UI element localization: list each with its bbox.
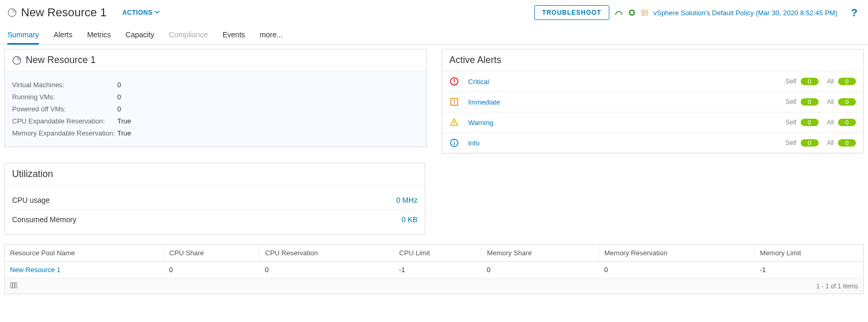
troubleshoot-button[interactable]: TROUBLESHOOT xyxy=(534,5,609,20)
all-count: 0 xyxy=(838,119,856,126)
utilization-panel-body: CPU usage 0 MHz Consumed Memory 0 KB xyxy=(5,185,425,234)
tab-summary[interactable]: Summary xyxy=(7,28,39,45)
tab-compliance: Compliance xyxy=(169,28,208,44)
warning-icon xyxy=(450,118,464,127)
top-row: New Resource 1 Virtual Machines:0 Runnin… xyxy=(4,49,864,153)
util-row: Consumed Memory 0 KB xyxy=(12,210,417,229)
content: New Resource 1 Virtual Machines:0 Runnin… xyxy=(0,45,868,298)
util-label: Consumed Memory xyxy=(12,215,76,224)
policy-link[interactable]: vSphere Solution's Default Policy (Mar 3… xyxy=(653,9,838,17)
kv-row: Virtual Machines:0 xyxy=(12,79,419,91)
self-label: Self xyxy=(785,139,796,147)
alert-link-info[interactable]: Info xyxy=(464,139,777,147)
self-count: 0 xyxy=(801,78,819,85)
chevron-down-icon xyxy=(155,9,160,16)
resource-pool-icon xyxy=(7,8,17,17)
alert-link-immediate[interactable]: Immediate xyxy=(464,98,777,106)
critical-icon xyxy=(450,77,464,86)
utilization-panel: Utilization CPU usage 0 MHz Consumed Mem… xyxy=(4,163,425,235)
table-row[interactable]: New Resource 1 0 0 -1 0 0 -1 xyxy=(5,262,863,278)
resource-panel: New Resource 1 Virtual Machines:0 Runnin… xyxy=(4,49,427,147)
cell-name[interactable]: New Resource 1 xyxy=(5,262,164,278)
cell-mem-share: 0 xyxy=(482,262,599,278)
cell-cpu-res: 0 xyxy=(260,262,394,278)
svg-rect-17 xyxy=(13,283,15,288)
col-cpu-reservation[interactable]: CPU Reservation xyxy=(260,245,394,262)
tab-metrics[interactable]: Metrics xyxy=(87,28,111,44)
page-header: New Resource 1 ACTIONS TROUBLESHOOT vSph… xyxy=(0,0,868,20)
kv-value: True xyxy=(117,117,131,125)
status-circle-icon[interactable] xyxy=(628,9,636,16)
tab-events[interactable]: Events xyxy=(222,28,245,44)
tab-alerts[interactable]: Alerts xyxy=(54,28,73,44)
kv-label: Powered off VMs: xyxy=(12,105,117,113)
resource-table: Resource Pool Name CPU Share CPU Reserva… xyxy=(4,244,864,294)
self-label: Self xyxy=(785,119,796,126)
util-row: CPU usage 0 MHz xyxy=(12,191,417,210)
header-left: New Resource 1 ACTIONS xyxy=(7,6,534,19)
cell-mem-limit: -1 xyxy=(754,262,863,278)
health-badge-icon[interactable] xyxy=(615,10,623,15)
utilization-panel-title: Utilization xyxy=(12,169,53,180)
kv-value: 0 xyxy=(117,81,121,89)
resource-pool-icon xyxy=(12,56,22,65)
util-value[interactable]: 0 MHz xyxy=(396,196,417,204)
alerts-panel-body: Critical Self0 All0 Immediate Self0 All0… xyxy=(442,71,864,153)
alerts-panel: Active Alerts Critical Self0 All0 Immedi… xyxy=(442,49,864,153)
kv-label: Virtual Machines: xyxy=(12,81,117,89)
resource-panel-title: New Resource 1 xyxy=(26,55,96,66)
resource-panel-body: Virtual Machines:0 Running VMs:0 Powered… xyxy=(5,71,426,147)
col-cpu-share[interactable]: CPU Share xyxy=(164,245,260,262)
all-label: All xyxy=(827,139,834,147)
all-label: All xyxy=(827,98,834,106)
col-cpu-limit[interactable]: CPU Limit xyxy=(394,245,482,262)
svg-rect-18 xyxy=(15,283,17,288)
utilization-panel-header: Utilization xyxy=(5,163,425,185)
kv-value: 0 xyxy=(117,93,121,101)
alert-link-warning[interactable]: Warning xyxy=(464,119,777,127)
self-label: Self xyxy=(785,98,796,106)
alert-link-critical[interactable]: Critical xyxy=(464,78,777,86)
column-picker-icon[interactable] xyxy=(10,282,17,290)
util-value[interactable]: 0 KB xyxy=(402,215,417,224)
page-title: New Resource 1 xyxy=(21,6,107,19)
kv-value: True xyxy=(117,129,131,137)
col-memory-limit[interactable]: Memory Limit xyxy=(754,245,863,262)
table: Resource Pool Name CPU Share CPU Reserva… xyxy=(5,245,863,278)
alert-row-warning: Warning Self0 All0 xyxy=(442,112,864,133)
col-resource-pool-name[interactable]: Resource Pool Name xyxy=(5,245,164,262)
kv-row: Memory Expandable Reservation:True xyxy=(12,127,419,139)
alert-row-immediate: Immediate Self0 All0 xyxy=(442,92,864,112)
kv-row: Powered off VMs:0 xyxy=(12,103,419,115)
policy-icon xyxy=(641,9,648,16)
tab-capacity[interactable]: Capacity xyxy=(126,28,154,44)
svg-point-12 xyxy=(454,124,455,125)
alert-row-critical: Critical Self0 All0 xyxy=(442,71,864,92)
table-header-row: Resource Pool Name CPU Share CPU Reserva… xyxy=(5,245,863,262)
util-label: CPU usage xyxy=(12,196,50,204)
all-count: 0 xyxy=(838,78,856,85)
kv-value: 0 xyxy=(117,105,121,113)
kv-label: Running VMs: xyxy=(12,93,117,101)
col-memory-reservation[interactable]: Memory Reservation xyxy=(599,245,754,262)
col-memory-share[interactable]: Memory Share xyxy=(482,245,599,262)
cell-cpu-share: 0 xyxy=(164,262,260,278)
info-icon xyxy=(450,138,464,148)
self-count: 0 xyxy=(801,119,819,126)
all-count: 0 xyxy=(838,98,856,106)
table-footer-count: 1 - 1 of 1 items xyxy=(816,283,858,290)
kv-label: CPU Expandable Reservation: xyxy=(12,117,117,125)
svg-point-14 xyxy=(454,141,455,142)
cell-cpu-limit: -1 xyxy=(394,262,482,278)
resource-panel-header: New Resource 1 xyxy=(5,49,426,71)
tab-more[interactable]: more... xyxy=(260,28,283,44)
self-label: Self xyxy=(785,78,796,85)
help-icon[interactable]: ? xyxy=(848,7,861,19)
immediate-icon xyxy=(450,97,464,107)
alerts-panel-title: Active Alerts xyxy=(450,55,502,66)
svg-rect-16 xyxy=(11,283,12,288)
actions-dropdown[interactable]: ACTIONS xyxy=(122,9,160,16)
all-count: 0 xyxy=(838,139,856,147)
alerts-panel-header: Active Alerts xyxy=(442,49,864,71)
header-right: TROUBLESHOOT vSphere Solution's Default … xyxy=(534,5,861,20)
